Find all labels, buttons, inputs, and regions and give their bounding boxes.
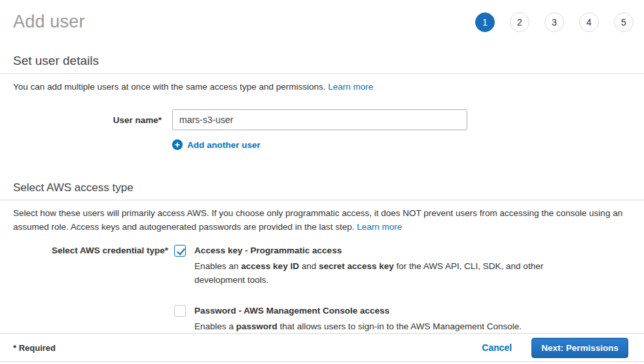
add-another-user-label: Add another user: [187, 140, 260, 150]
step-1-indicator: 1: [475, 12, 495, 32]
next-permissions-button[interactable]: Next: Permissions: [531, 338, 628, 358]
access-key-checkbox[interactable]: [174, 245, 186, 257]
access-key-option-title: Access key - Programmatic access: [194, 245, 561, 257]
access-key-option-desc: Enables an access key ID and secret acce…: [194, 259, 561, 287]
user-details-learn-more-link[interactable]: Learn more: [328, 82, 373, 92]
cancel-button[interactable]: Cancel: [482, 342, 512, 353]
credential-options: Access key - Programmatic access Enables…: [174, 245, 561, 333]
desc-text: Enables an: [194, 261, 241, 271]
set-user-details-heading: Set user details: [0, 54, 644, 68]
page-header: Add user 1 2 3 4 5: [0, 0, 644, 32]
select-access-type-heading: Select AWS access type: [0, 181, 644, 194]
password-option-desc: Enables a password that allows users to …: [194, 319, 522, 333]
password-option-row: Password - AWS Management Console access…: [174, 305, 561, 333]
desc-bold-text: password: [236, 321, 277, 331]
step-5-indicator: 5: [614, 12, 634, 32]
add-circle-icon: [172, 139, 183, 150]
page-title: Add user: [13, 12, 85, 32]
credential-type-label: Select AWS credential type*: [13, 245, 168, 255]
step-2-indicator: 2: [510, 12, 529, 32]
wizard-footer: * Required Cancel Next: Permissions: [0, 333, 644, 362]
step-4-indicator: 4: [579, 12, 599, 32]
desc-text: and: [299, 261, 319, 271]
access-type-learn-more-link[interactable]: Learn more: [357, 222, 402, 232]
desc-text: Enables a: [194, 321, 236, 331]
user-details-intro-text: You can add multiple users at once with …: [13, 82, 328, 92]
password-option-title: Password - AWS Management Console access: [194, 305, 522, 317]
access-key-option-text: Access key - Programmatic access Enables…: [194, 245, 561, 287]
access-type-intro: Select how these users will primarily ac…: [0, 200, 644, 234]
footer-actions: Cancel Next: Permissions: [482, 338, 628, 358]
desc-text: that allows users to sign-in to the AWS …: [277, 321, 522, 331]
required-note: * Required: [13, 343, 56, 353]
add-user-page: Add user 1 2 3 4 5 Set user details You …: [0, 0, 644, 364]
user-details-intro: You can add multiple users at once with …: [0, 74, 644, 94]
username-field-row: User name*: [0, 109, 644, 130]
access-type-intro-text: Select how these users will primarily ac…: [13, 208, 622, 232]
password-option-text: Password - AWS Management Console access…: [194, 305, 522, 333]
wizard-step-indicator: 1 2 3 4 5: [475, 12, 634, 32]
desc-bold-text: secret access key: [319, 261, 394, 271]
username-input[interactable]: [172, 109, 467, 130]
add-another-user-button[interactable]: Add another user: [172, 139, 644, 150]
access-key-option-row: Access key - Programmatic access Enables…: [174, 245, 561, 287]
credential-type-block: Select AWS credential type* Access key -…: [0, 245, 644, 333]
username-label: User name*: [13, 115, 162, 125]
password-checkbox[interactable]: [174, 305, 186, 317]
step-3-indicator: 3: [545, 12, 564, 32]
desc-bold-text: access key ID: [241, 261, 299, 271]
